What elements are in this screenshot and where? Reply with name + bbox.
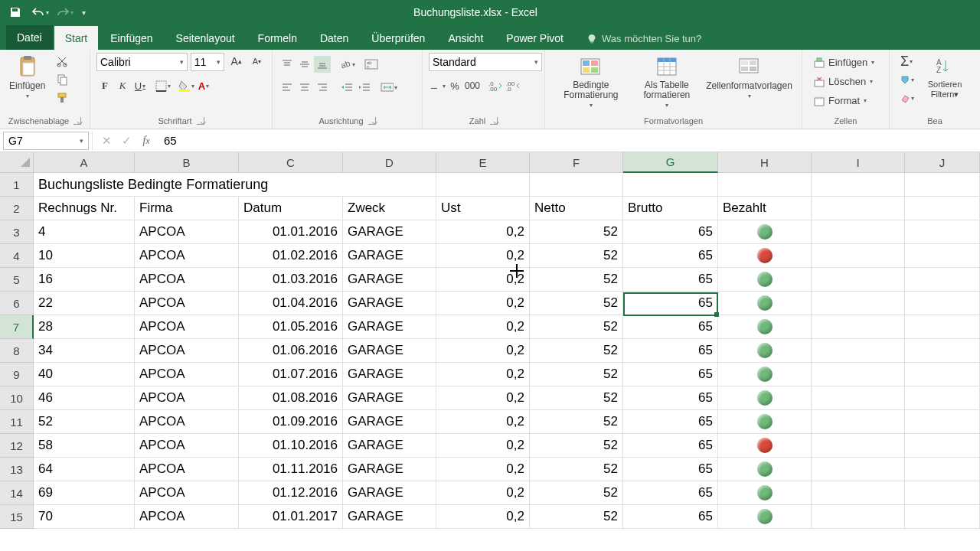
cell[interactable] [718, 173, 812, 197]
cell-brutto[interactable]: 65 [623, 481, 718, 505]
fill-icon[interactable]: ▾ [896, 71, 917, 88]
cell[interactable] [812, 244, 905, 268]
cell[interactable] [905, 339, 980, 363]
cell-zweck[interactable]: GARAGE [343, 386, 436, 410]
cell[interactable] [905, 481, 980, 505]
column-header-H[interactable]: H [718, 152, 812, 173]
column-header-J[interactable]: J [905, 152, 980, 173]
tab-file[interactable]: Datei [6, 25, 53, 50]
cell-zweck[interactable]: GARAGE [343, 244, 436, 268]
cell-netto[interactable]: 52 [530, 386, 623, 410]
cell-datum[interactable]: 01.02.2016 [239, 244, 343, 268]
cell[interactable] [812, 410, 905, 434]
cell-brutto[interactable]: 65 [623, 363, 718, 386]
percent-icon[interactable]: % [446, 77, 463, 94]
cell[interactable] [812, 315, 905, 339]
increase-decimal-icon[interactable]: ,0,00 [487, 77, 504, 94]
cell-netto[interactable]: 52 [530, 505, 623, 529]
cell-bezahlt[interactable] [718, 458, 812, 481]
column-header-C[interactable]: C [239, 152, 343, 173]
name-box[interactable]: G7▾ [3, 132, 89, 150]
cell-bezahlt[interactable] [718, 505, 812, 529]
cell-nr[interactable]: 34 [34, 339, 135, 363]
dialog-launcher-icon[interactable] [197, 117, 204, 125]
cell-firma[interactable]: APCOA [135, 315, 239, 339]
cell-zweck[interactable]: GARAGE [343, 434, 436, 458]
font-name-combo[interactable]: Calibri▾ [96, 53, 188, 71]
row-header-9[interactable]: 9 [0, 363, 34, 386]
cell-nr[interactable]: 10 [34, 244, 135, 268]
redo-icon[interactable]: ▾ [54, 2, 75, 23]
undo-icon[interactable]: ▾ [29, 2, 51, 23]
cell-netto[interactable]: 52 [530, 220, 623, 244]
cell[interactable] [905, 173, 980, 197]
cell-nr[interactable]: 4 [34, 220, 135, 244]
cell-bezahlt[interactable] [718, 363, 812, 386]
tab-view[interactable]: Ansicht [437, 26, 494, 50]
number-format-combo[interactable]: Standard▾ [429, 53, 542, 71]
cell-ust[interactable]: 0,2 [436, 220, 530, 244]
cell-brutto[interactable]: 65 [623, 386, 718, 410]
cell-datum[interactable]: 01.10.2016 [239, 434, 343, 458]
cell-firma[interactable]: APCOA [135, 292, 239, 315]
cell-datum[interactable]: 01.08.2016 [239, 386, 343, 410]
cancel-formula-icon[interactable]: ✕ [96, 132, 116, 150]
cell-bezahlt[interactable] [718, 481, 812, 505]
cell-datum[interactable]: 01.01.2016 [239, 220, 343, 244]
cell-zweck[interactable]: GARAGE [343, 268, 436, 292]
title-cell[interactable]: Buchungsliste Bedingte Formatierung [34, 173, 436, 197]
cell-firma[interactable]: APCOA [135, 505, 239, 529]
cell-firma[interactable]: APCOA [135, 268, 239, 292]
cell-ust[interactable]: 0,2 [436, 386, 530, 410]
cell-netto[interactable]: 52 [530, 268, 623, 292]
cell[interactable] [905, 292, 980, 315]
cell[interactable] [905, 434, 980, 458]
increase-indent-icon[interactable] [356, 79, 373, 96]
cell-datum[interactable]: 01.07.2016 [239, 363, 343, 386]
cell-netto[interactable]: 52 [530, 481, 623, 505]
cell-netto[interactable]: 52 [530, 244, 623, 268]
cell[interactable] [905, 458, 980, 481]
decrease-indent-icon[interactable] [338, 79, 355, 96]
cell-netto[interactable]: 52 [530, 292, 623, 315]
cell[interactable] [436, 173, 530, 197]
format-cells-button[interactable]: Format▾ [808, 91, 883, 110]
cell-netto[interactable]: 52 [530, 339, 623, 363]
cell-firma[interactable]: APCOA [135, 434, 239, 458]
cell[interactable] [812, 173, 905, 197]
row-header-5[interactable]: 5 [0, 268, 34, 292]
cell[interactable] [812, 220, 905, 244]
row-header-7[interactable]: 7 [0, 315, 34, 339]
row-header-14[interactable]: 14 [0, 481, 34, 505]
row-header-3[interactable]: 3 [0, 220, 34, 244]
cell-ust[interactable]: 0,2 [436, 244, 530, 268]
formula-input[interactable]: 65 [156, 134, 980, 147]
cell-datum[interactable]: 01.11.2016 [239, 458, 343, 481]
cell-bezahlt[interactable] [718, 339, 812, 363]
font-size-combo[interactable]: 11▾ [191, 53, 224, 71]
orientation-icon[interactable]: ab▾ [338, 56, 355, 73]
cut-icon[interactable] [53, 53, 71, 70]
cell[interactable] [812, 363, 905, 386]
cell-styles-button[interactable]: Zellenformatvorlagen▾ [703, 53, 795, 101]
cell-netto[interactable]: 52 [530, 434, 623, 458]
cell-nr[interactable]: 70 [34, 505, 135, 529]
cell-zweck[interactable]: GARAGE [343, 315, 436, 339]
header-cell[interactable]: Ust [436, 197, 530, 220]
cell[interactable] [812, 268, 905, 292]
cell-zweck[interactable]: GARAGE [343, 339, 436, 363]
column-header-F[interactable]: F [530, 152, 623, 173]
cell-datum[interactable]: 01.06.2016 [239, 339, 343, 363]
dialog-launcher-icon[interactable] [74, 117, 81, 125]
select-all-corner[interactable] [0, 152, 34, 173]
row-header-13[interactable]: 13 [0, 458, 34, 481]
tab-formulas[interactable]: Formeln [247, 26, 308, 50]
font-color-icon[interactable]: A▾ [195, 77, 212, 94]
insert-cells-button[interactable]: Einfügen▾ [808, 53, 883, 72]
cell-zweck[interactable]: GARAGE [343, 410, 436, 434]
cell[interactable] [905, 505, 980, 529]
align-right-icon[interactable] [314, 79, 331, 96]
align-bottom-icon[interactable] [314, 56, 331, 73]
insert-function-icon[interactable]: fx [136, 132, 156, 150]
cell-brutto[interactable]: 65 [623, 339, 718, 363]
